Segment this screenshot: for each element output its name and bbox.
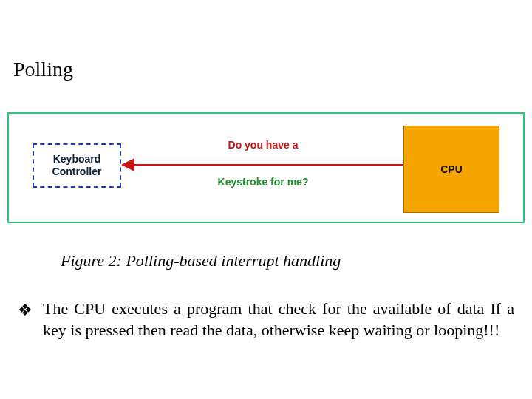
query-text-line2: Keystroke for me? xyxy=(121,176,405,188)
arrow-line-icon xyxy=(133,164,405,166)
query-text-line1: Do you have a xyxy=(121,139,405,151)
bullet-glyph-icon: ❖ xyxy=(18,299,43,321)
keyboard-controller-box: Keyboard Controller xyxy=(33,143,121,188)
polling-diagram: Keyboard Controller Do you have a Keystr… xyxy=(7,112,525,223)
query-arrow: Do you have a Keystroke for me? xyxy=(121,139,405,192)
cpu-box: CPU xyxy=(403,126,499,213)
bullet-item: ❖ The CPU executes a program that check … xyxy=(18,299,514,341)
figure-caption: Figure 2: Polling-based interrupt handli… xyxy=(61,251,341,270)
bullet-text: The CPU executes a program that check fo… xyxy=(43,299,514,341)
slide: Polling Keyboard Controller Do you have … xyxy=(0,0,532,399)
slide-title: Polling xyxy=(13,58,73,81)
